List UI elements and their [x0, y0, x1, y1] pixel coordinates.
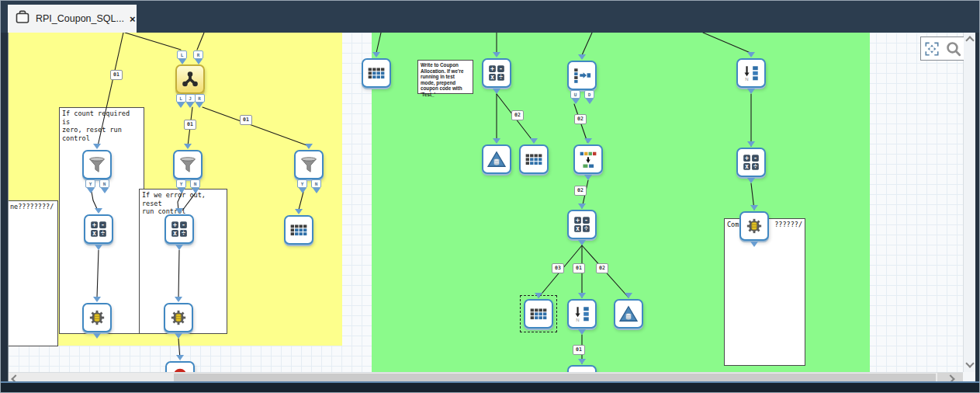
calc-node[interactable]: +-x÷: [736, 148, 766, 177]
svg-text:÷: ÷: [584, 224, 588, 232]
calc-node[interactable]: +-x÷: [567, 210, 597, 239]
triangle-node[interactable]: [482, 144, 511, 174]
svg-text:÷: ÷: [499, 73, 503, 81]
calc-node[interactable]: +-x÷: [84, 214, 113, 244]
port-label: L: [177, 50, 187, 59]
port-arrow-icon: [95, 208, 102, 214]
scroll-up-icon[interactable]: [964, 34, 975, 47]
sortn-icon: N: [573, 304, 591, 323]
filter-icon: [178, 155, 197, 174]
svg-text:-: -: [499, 64, 503, 72]
calc-icon: +-x÷: [170, 220, 189, 238]
filter-icon: [88, 155, 106, 174]
table-icon: [289, 221, 308, 239]
red-node[interactable]: [165, 361, 195, 372]
svg-text:-: -: [101, 221, 105, 228]
port-arrow-icon: [578, 54, 586, 60]
triangle-icon: [619, 304, 638, 323]
port-arrow-icon: [177, 103, 185, 108]
annotation-note[interactable]: Write to Coupon Allocation. If we're run…: [417, 60, 473, 94]
annotation-note[interactable]: ne????????/: [9, 200, 58, 346]
table-node[interactable]: [519, 144, 549, 174]
svg-text:+: +: [92, 221, 96, 228]
edge-label: 02: [574, 186, 587, 196]
port-arrow-icon: [305, 144, 313, 149]
port-arrow-icon: [175, 297, 182, 302]
svg-text:x: x: [745, 162, 749, 170]
split-node[interactable]: [567, 61, 597, 90]
gear-node[interactable]: [739, 211, 769, 241]
port-arrow-icon: [178, 188, 185, 193]
port-label: N: [190, 179, 200, 188]
port-arrow-icon: [572, 99, 580, 104]
port-label: Y: [176, 179, 186, 188]
port-label: R: [195, 94, 205, 103]
port-arrow-icon: [175, 245, 183, 250]
edge-label: 01: [573, 345, 585, 355]
plain-node[interactable]: [567, 365, 597, 372]
svg-text:+: +: [745, 154, 749, 162]
port-arrow-icon: [493, 89, 500, 94]
port-arrow-icon: [87, 188, 95, 193]
port-label: D: [584, 90, 594, 99]
port-arrow-icon: [578, 359, 586, 364]
tab-close-icon[interactable]: ×: [130, 14, 136, 24]
port-arrow-icon: [578, 203, 586, 209]
filter-icon: [300, 155, 318, 174]
vertical-scrollbar[interactable]: [963, 33, 975, 372]
triangle-node[interactable]: [614, 299, 643, 329]
table-node[interactable]: [524, 299, 553, 329]
port-arrow-icon: [747, 178, 755, 183]
fit-to-view-icon[interactable]: [923, 40, 941, 58]
port-arrow-icon: [530, 138, 538, 144]
calc-node[interactable]: +-x÷: [164, 214, 194, 244]
tab-title: RPI_Coupon_SQL...: [36, 13, 124, 24]
sortn-node[interactable]: N: [736, 58, 766, 88]
port-arrow-icon: [93, 144, 101, 149]
port-arrow-icon: [299, 188, 306, 193]
edge-label: 02: [511, 110, 524, 120]
tab-bar: RPI_Coupon_SQL... ×: [1, 1, 979, 33]
filter-node[interactable]: [294, 150, 324, 179]
gear-icon: [169, 308, 188, 327]
port-arrow-icon: [584, 138, 592, 144]
port-label: J: [185, 94, 196, 103]
gear-node[interactable]: [82, 303, 112, 332]
table-icon: [529, 304, 548, 323]
calc-node[interactable]: +-x÷: [482, 58, 511, 88]
join-node[interactable]: [175, 64, 205, 94]
edge-label: 03: [552, 263, 564, 273]
svg-text:-: -: [584, 216, 588, 224]
sortn-icon: N: [742, 64, 760, 82]
port-arrow-icon: [372, 52, 380, 57]
port-label: N: [99, 179, 109, 188]
port-arrow-icon: [196, 103, 203, 108]
tab-rpi-coupon-sql[interactable]: RPI_Coupon_SQL... ×: [8, 5, 137, 33]
filter-node[interactable]: [82, 150, 112, 179]
port-label: N: [311, 179, 321, 188]
zoom-magnifier-icon[interactable]: [944, 40, 963, 58]
sortn-node[interactable]: N: [567, 299, 597, 329]
edge-label: 02: [574, 114, 587, 124]
scroll-down-icon[interactable]: [964, 357, 975, 370]
project-icon: [15, 9, 30, 28]
port-arrow-icon: [175, 333, 182, 339]
port-arrow-icon: [586, 99, 594, 104]
gear-icon: [88, 308, 106, 327]
svg-text:+: +: [490, 64, 494, 72]
svg-text:x: x: [173, 229, 177, 237]
port-arrow-icon: [535, 293, 542, 298]
filter-node[interactable]: [173, 150, 203, 179]
svg-text:÷: ÷: [101, 229, 105, 237]
canvas-mini-toolbar: [920, 37, 964, 61]
table-node[interactable]: [362, 58, 391, 88]
port-label: R: [193, 50, 203, 59]
svg-text:-: -: [182, 221, 185, 228]
gear-node[interactable]: [164, 303, 193, 332]
port-arrow-icon: [295, 209, 303, 214]
edge-label: 01: [240, 115, 252, 125]
svg-text:N: N: [745, 77, 748, 82]
port-arrow-icon: [750, 242, 758, 247]
colorful-node[interactable]: [573, 144, 603, 174]
table-node[interactable]: [284, 215, 313, 245]
